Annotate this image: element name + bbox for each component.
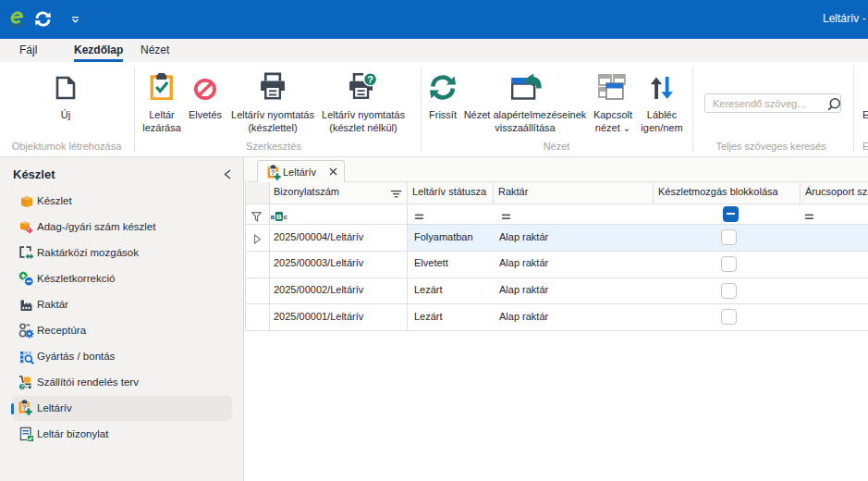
svg-text:?: ? xyxy=(368,74,374,85)
svg-text:?: ? xyxy=(20,384,24,389)
svg-text:a: a xyxy=(271,213,275,221)
svg-text:?: ? xyxy=(22,403,27,412)
svg-text:?: ? xyxy=(271,168,275,177)
svg-text:B: B xyxy=(276,213,282,221)
svg-text:c: c xyxy=(284,213,287,221)
